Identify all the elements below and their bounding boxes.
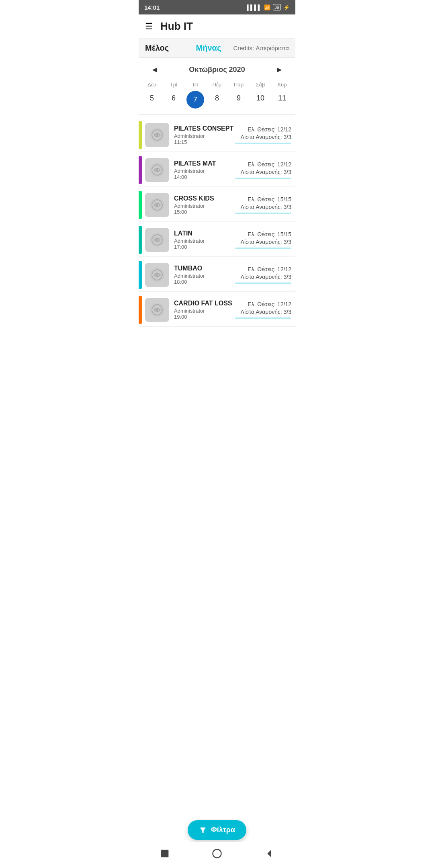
divider	[139, 114, 295, 115]
class-info: TUMBAO Administrator 18:00	[174, 265, 235, 285]
status-time: 14:01	[144, 4, 160, 11]
dumbbell-icon	[149, 267, 165, 283]
class-time: 18:00	[174, 279, 235, 285]
slots-text: Ελ. Θέσεις: 12/12	[235, 301, 291, 307]
day-10[interactable]: 10	[250, 91, 271, 108]
signal-icon: ▌▌▌▌	[247, 4, 262, 10]
class-item-4[interactable]: TUMBAO Administrator 18:00 Ελ. Θέσεις: 1…	[139, 257, 295, 292]
class-admin: Administrator	[174, 133, 235, 139]
class-time: 15:00	[174, 209, 235, 215]
class-name: CARDIO FAT LOSS	[174, 300, 235, 307]
progress-bar	[235, 317, 291, 319]
credits-label: Credits: Απεριόριστα	[230, 45, 289, 51]
class-name: CROSS KIDS	[174, 195, 235, 202]
svg-point-2	[156, 134, 158, 136]
class-info: LATIN Administrator 17:00	[174, 230, 235, 250]
wifi-icon: 📶	[264, 4, 270, 10]
class-info: PILATES MAT Administrator 14:00	[174, 160, 235, 180]
day-7-selected[interactable]: 7	[186, 91, 204, 108]
class-admin: Administrator	[174, 308, 235, 314]
class-admin: Administrator	[174, 203, 235, 209]
class-admin: Administrator	[174, 168, 235, 174]
day-header-sat: Σάβ	[250, 82, 271, 88]
class-icon	[145, 158, 169, 182]
day-header-tue: Τρί	[163, 82, 184, 88]
class-icon	[145, 298, 169, 322]
class-icon	[145, 123, 169, 147]
day-8[interactable]: 8	[206, 91, 228, 108]
waitlist-text: Λίστα Αναμονής: 3/3	[235, 204, 291, 210]
class-item-3[interactable]: LATIN Administrator 17:00 Ελ. Θέσεις: 15…	[139, 222, 295, 257]
class-name: LATIN	[174, 230, 235, 237]
svg-point-5	[156, 169, 158, 171]
prev-month-button[interactable]: ◄	[147, 63, 163, 76]
class-color-bar	[139, 296, 142, 324]
svg-point-17	[156, 309, 158, 311]
app-title: Hub IT	[160, 20, 193, 33]
class-list: PILATES CONSEPT Administrator 11:15 Ελ. …	[139, 117, 295, 359]
next-month-button[interactable]: ►	[271, 63, 287, 76]
svg-point-11	[156, 239, 158, 241]
slots-text: Ελ. Θέσεις: 12/12	[235, 126, 291, 133]
minas-tab[interactable]: Μήνας	[187, 43, 229, 53]
progress-bar	[235, 178, 291, 179]
day-9[interactable]: 9	[228, 91, 250, 108]
dumbbell-icon	[149, 232, 165, 248]
class-info: PILATES CONSEPT Administrator 11:15	[174, 125, 235, 145]
class-item-2[interactable]: CROSS KIDS Administrator 15:00 Ελ. Θέσει…	[139, 187, 295, 222]
day-header-sun: Κυρ	[271, 82, 293, 88]
dumbbell-icon	[149, 197, 165, 213]
class-color-bar	[139, 121, 142, 149]
day-header-mon: Δευ	[141, 82, 163, 88]
header: ☰ Hub IT	[139, 14, 295, 39]
class-item-0[interactable]: PILATES CONSEPT Administrator 11:15 Ελ. …	[139, 117, 295, 152]
day-5[interactable]: 5	[141, 91, 163, 108]
waitlist-text: Λίστα Αναμονής: 3/3	[235, 274, 291, 280]
class-admin: Administrator	[174, 273, 235, 279]
class-icon	[145, 263, 169, 287]
class-color-bar	[139, 191, 142, 219]
progress-bar	[235, 248, 291, 249]
class-name: PILATES MAT	[174, 160, 235, 167]
class-info: CARDIO FAT LOSS Administrator 19:00	[174, 300, 235, 320]
svg-point-8	[156, 204, 158, 206]
class-slots: Ελ. Θέσεις: 15/15 Λίστα Αναμονής: 3/3	[235, 196, 291, 214]
slots-text: Ελ. Θέσεις: 12/12	[235, 266, 291, 272]
waitlist-text: Λίστα Αναμονής: 3/3	[235, 239, 291, 245]
class-slots: Ελ. Θέσεις: 12/12 Λίστα Αναμονής: 3/3	[235, 301, 291, 319]
day-header-thu: Πέμ	[206, 82, 228, 88]
day-11[interactable]: 11	[271, 91, 293, 108]
waitlist-text: Λίστα Αναμονής: 3/3	[235, 309, 291, 315]
dumbbell-icon	[149, 162, 165, 178]
class-slots: Ελ. Θέσεις: 12/12 Λίστα Αναμονής: 3/3	[235, 126, 291, 144]
battery-icon: 39	[273, 4, 281, 10]
melos-label: Μέλος	[145, 43, 187, 53]
class-icon	[145, 228, 169, 252]
class-color-bar	[139, 261, 142, 289]
waitlist-text: Λίστα Αναμονής: 3/3	[235, 169, 291, 175]
class-color-bar	[139, 226, 142, 254]
class-item-1[interactable]: PILATES MAT Administrator 14:00 Ελ. Θέσε…	[139, 152, 295, 187]
class-item-5[interactable]: CARDIO FAT LOSS Administrator 19:00 Ελ. …	[139, 292, 295, 327]
sub-header: Μέλος Μήνας Credits: Απεριόριστα	[139, 39, 295, 58]
slots-text: Ελ. Θέσεις: 15/15	[235, 231, 291, 237]
calendar-nav: ◄ Οκτώβριος 2020 ►	[139, 58, 295, 78]
class-slots: Ελ. Θέσεις: 15/15 Λίστα Αναμονής: 3/3	[235, 231, 291, 249]
class-color-bar	[139, 156, 142, 184]
class-slots: Ελ. Θέσεις: 12/12 Λίστα Αναμονής: 3/3	[235, 266, 291, 284]
progress-bar	[235, 143, 291, 144]
status-bar: 14:01 ▌▌▌▌ 📶 39 ⚡	[139, 0, 295, 14]
progress-bar	[235, 213, 291, 214]
class-time: 19:00	[174, 314, 235, 320]
menu-button[interactable]: ☰	[145, 21, 153, 32]
class-time: 14:00	[174, 174, 235, 180]
class-info: CROSS KIDS Administrator 15:00	[174, 195, 235, 215]
day-6[interactable]: 6	[163, 91, 184, 108]
slots-text: Ελ. Θέσεις: 12/12	[235, 161, 291, 168]
charging-icon: ⚡	[283, 4, 290, 10]
svg-point-14	[156, 274, 158, 276]
progress-bar	[235, 283, 291, 284]
class-slots: Ελ. Θέσεις: 12/12 Λίστα Αναμονής: 3/3	[235, 161, 291, 179]
calendar-month: Οκτώβριος 2020	[189, 66, 245, 74]
day-header-wed: Τετ	[184, 82, 206, 88]
